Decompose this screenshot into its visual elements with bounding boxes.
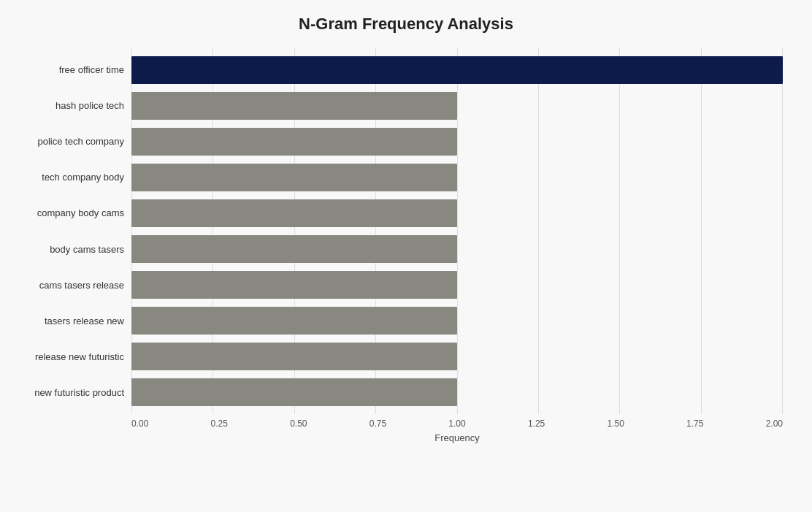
- x-tick: 0.50: [290, 419, 307, 429]
- bar: [131, 164, 457, 191]
- x-tick: 1.25: [528, 419, 545, 429]
- bar-row: company body cams: [131, 197, 783, 229]
- bar-label: police tech company: [0, 136, 124, 147]
- x-tick: 1.00: [448, 419, 465, 429]
- bar-label: new futuristic product: [0, 387, 124, 398]
- bars-wrapper: free officer timehash police techpolice …: [131, 48, 783, 414]
- bar: [131, 199, 457, 227]
- bar-row: cams tasers release: [131, 269, 783, 301]
- bar-row: new futuristic product: [131, 376, 783, 408]
- bar: [131, 92, 457, 120]
- x-axis-label: Frequency: [434, 432, 479, 443]
- bar: [131, 235, 457, 263]
- bar: [131, 56, 783, 84]
- x-tick: 1.75: [686, 419, 703, 429]
- bar-label: free officer time: [0, 64, 124, 75]
- x-tick: 2.00: [766, 419, 783, 429]
- bar-row: release new futuristic: [131, 340, 783, 372]
- bar-row: hash police tech: [131, 90, 783, 122]
- bar-row: police tech company: [131, 126, 783, 158]
- bar-row: body cams tasers: [131, 233, 783, 265]
- bar-row: tech company body: [131, 161, 783, 194]
- x-tick: 0.25: [211, 419, 228, 429]
- x-tick: 0.00: [131, 419, 148, 429]
- bar: [131, 343, 457, 370]
- bar: [131, 128, 457, 156]
- bar-label: tech company body: [0, 172, 124, 183]
- bar: [131, 307, 457, 335]
- bar-label: tasers release new: [0, 316, 124, 326]
- chart-title: N-Gram Frequency Analysis: [29, 15, 783, 34]
- bar-label: cams tasers release: [0, 280, 124, 291]
- bar-row: tasers release new: [131, 305, 783, 337]
- bar: [131, 378, 457, 406]
- x-tick: 1.50: [607, 419, 624, 429]
- bar: [131, 271, 457, 299]
- bar-label: company body cams: [0, 207, 124, 218]
- chart-container: N-Gram Frequency Analysis free officer t…: [0, 0, 812, 512]
- x-tick: 0.75: [369, 419, 386, 429]
- x-axis: 0.000.250.500.751.001.251.501.752.00Freq…: [131, 414, 783, 443]
- bar-label: hash police tech: [0, 100, 124, 111]
- bar-label: body cams tasers: [0, 244, 124, 255]
- bar-label: release new futuristic: [0, 351, 124, 362]
- bar-row: free officer time: [131, 54, 783, 86]
- chart-area: free officer timehash police techpolice …: [131, 48, 783, 443]
